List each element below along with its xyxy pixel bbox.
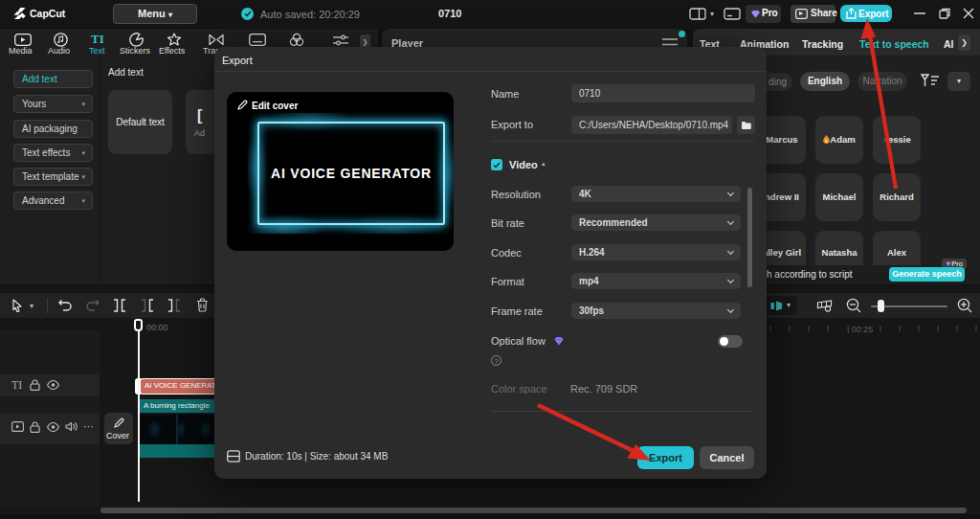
svg-text:| 00:25: | 00:25 [847, 325, 873, 333]
svg-text:CapCut: CapCut [30, 8, 66, 19]
